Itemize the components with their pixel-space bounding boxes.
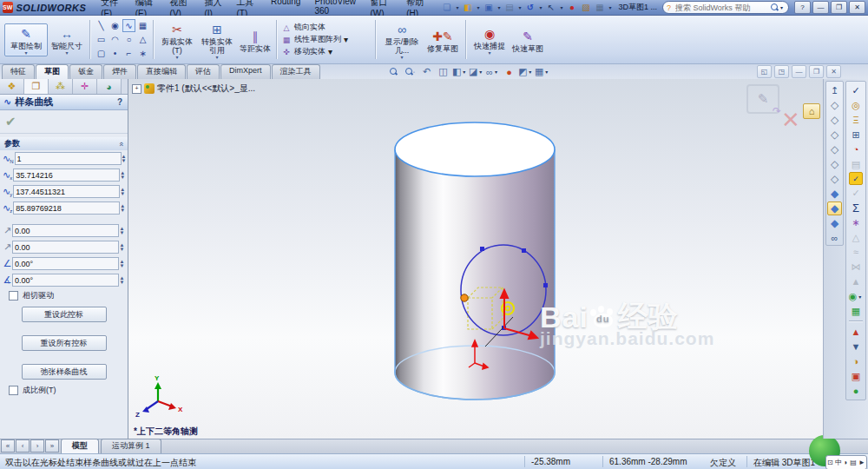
trim-dropdown-icon[interactable]: ▾ (175, 55, 178, 60)
normal-to-icon[interactable]: ↥ (827, 83, 842, 97)
rapid-sketch-button[interactable]: ✎ 快速草图 (509, 26, 547, 54)
sustainability-icon[interactable]: ● (849, 384, 864, 398)
costing-icon[interactable]: ◑ (849, 354, 864, 368)
tangent-polar-input[interactable] (12, 274, 119, 287)
flow-simulation-icon[interactable]: ▼ (849, 340, 864, 353)
spinner-control[interactable]: ▲▼ (119, 224, 125, 237)
print-icon[interactable]: ▤ (503, 2, 516, 14)
spinner-control[interactable]: ▲▼ (120, 168, 125, 182)
new-document-icon[interactable]: ❏ (440, 2, 453, 14)
options-dropdown-icon[interactable]: ▾ (607, 4, 613, 10)
section-view-icon[interactable]: ◫ (436, 65, 450, 78)
feature-manager-tab-icon[interactable]: ❖ (0, 79, 24, 94)
spinner-control[interactable]: ▲▼ (119, 257, 125, 270)
arc-tool-icon[interactable]: ◠ (108, 33, 122, 46)
polygon-tool-icon[interactable]: △ (136, 33, 149, 46)
relations-icon[interactable]: ◉▾ (849, 289, 864, 303)
close-button[interactable]: ✕ (849, 1, 865, 14)
ok-checkmark-button[interactable]: ✔ (5, 114, 16, 129)
open-dropdown-icon[interactable]: ▾ (475, 4, 481, 10)
check-icon[interactable]: ✓ (849, 186, 864, 200)
save-dropdown-icon[interactable]: ▾ (496, 4, 502, 10)
reset-handle-button[interactable]: 重设此控标 (22, 307, 107, 322)
doc-icon-a[interactable]: ◱ (757, 65, 772, 78)
spline-point-number-input[interactable] (15, 152, 122, 165)
view-top-icon[interactable]: ◇ (827, 157, 842, 171)
tree-expand-icon[interactable]: + (132, 84, 141, 94)
fillet-tool-icon[interactable]: ⌐ (122, 47, 135, 60)
display-style-icon[interactable]: ◪▾ (469, 65, 483, 78)
view-dimetric-icon[interactable]: ◆ (827, 216, 842, 230)
motion-study-tab[interactable]: 运动算例 1 (101, 439, 161, 453)
previous-view-icon[interactable]: ↶ (419, 65, 434, 78)
convert-dropdown-icon[interactable]: ▾ (215, 55, 218, 60)
spinner-control[interactable]: ▲▼ (120, 185, 125, 198)
language-bar[interactable]: ⊡ 中 ◗ ▤ ► (825, 455, 867, 469)
view-front-icon[interactable]: ◇ (827, 98, 842, 112)
quick-snaps-button[interactable]: ◉ 快速捕捉 ▾ (470, 23, 509, 56)
cancel-sketch-icon[interactable]: ✕ (781, 107, 800, 134)
select-icon[interactable]: ↖ (544, 2, 557, 14)
edit-appearance-icon[interactable]: ● (502, 65, 516, 78)
section-properties-icon[interactable]: ⊞ (849, 128, 864, 142)
spinner-control[interactable]: ▲▼ (119, 274, 125, 287)
model-tab[interactable]: 模型 (61, 439, 99, 453)
move-entities-button[interactable]: ✜ 移动实体 ▾ (281, 46, 372, 57)
tab-dimxpert[interactable]: DimXpert (220, 64, 271, 79)
text-tool-icon[interactable]: ∗ (136, 47, 149, 60)
save-icon[interactable]: ▣ (482, 2, 495, 14)
search-input[interactable] (674, 3, 771, 13)
spinner-control[interactable]: ▲▼ (120, 201, 125, 215)
open-icon[interactable]: ◧ (461, 2, 474, 14)
panel-help-icon[interactable]: ? (115, 97, 124, 107)
view-settings-icon[interactable]: ▦▾ (535, 65, 549, 78)
equations-icon[interactable]: Σ (849, 201, 864, 215)
view-bottom-icon[interactable]: ◇ (827, 172, 842, 186)
tab-sketch[interactable]: 草图 (36, 64, 69, 79)
property-manager-tab-icon[interactable]: ❐ (24, 79, 49, 94)
smart-dimension-button[interactable]: ↔ 智能尺寸 ▾ (48, 23, 86, 56)
trim-entities-button[interactable]: ✂ 剪裁实体(T) ▾ (158, 19, 196, 61)
ime-menu-icon[interactable]: ► (858, 459, 865, 466)
doc-close-icon[interactable]: ✕ (826, 65, 841, 78)
print-dropdown-icon[interactable]: ▾ (516, 4, 523, 10)
point-tool-icon[interactable]: • (108, 47, 122, 60)
sensor-icon[interactable]: ◔ (849, 142, 864, 156)
ime-mode-icon[interactable]: ⊡ (827, 459, 833, 466)
circle-tool-icon[interactable]: ◉ (108, 19, 122, 32)
minimize-button[interactable]: — (812, 1, 829, 14)
view-orientation-icon[interactable]: ◧▾ (452, 65, 467, 78)
help-button[interactable]: ? (794, 1, 811, 14)
display-relations-dropdown-icon[interactable]: ▾ (400, 55, 403, 60)
proportional-checkbox[interactable] (9, 386, 18, 395)
undo-icon[interactable]: ↺ (523, 2, 536, 14)
tangent-driving-checkbox[interactable] (9, 291, 18, 301)
tab-nav-prev-icon[interactable]: ‹ (16, 439, 30, 452)
hide-show-items-icon[interactable]: ∞▾ (485, 65, 500, 78)
zebra-stripes-icon[interactable]: ≈ (849, 245, 864, 259)
ime-chinese-icon[interactable]: 中 (835, 458, 842, 467)
undo-dropdown-icon[interactable]: ▾ (537, 4, 543, 10)
statistics-icon[interactable]: ▤ (849, 157, 864, 171)
tab-direct-editing[interactable]: 直接编辑 (137, 64, 186, 79)
tangent-weight2-input[interactable] (12, 241, 119, 254)
spline-x-input[interactable] (13, 168, 120, 182)
quick-snaps-dropdown-icon[interactable]: ▾ (488, 50, 490, 56)
ime-punctuation-icon[interactable]: ◗ (844, 459, 848, 466)
sketch-button[interactable]: ✎ 草图绘制 ▾ (4, 23, 48, 56)
line-tool-icon[interactable]: ╲ (95, 19, 108, 32)
pattern-tool-icon[interactable]: ▦ (136, 19, 149, 32)
design-table-icon[interactable]: ▦ (849, 304, 864, 318)
ime-keyboard-icon[interactable]: ▤ (850, 459, 857, 466)
select-dropdown-icon[interactable]: ▾ (558, 4, 564, 10)
spline-tool-icon[interactable]: ∿ (122, 19, 135, 32)
apply-scene-icon[interactable]: ◩▾ (518, 65, 533, 78)
proportional-checkbox-row[interactable]: 成比例(T) (0, 383, 128, 398)
dimxpert-manager-tab-icon[interactable]: ✛ (73, 79, 97, 94)
spell-check-icon[interactable]: ✓ (849, 83, 864, 97)
spinner-control[interactable]: ▲▼ (119, 241, 125, 254)
smart-dimension-dropdown-icon[interactable]: ▾ (65, 50, 68, 56)
spinner-control[interactable]: ▲▼ (122, 152, 127, 165)
zoom-fit-icon[interactable] (386, 65, 401, 78)
curvature-icon[interactable]: ∗ (849, 215, 864, 229)
